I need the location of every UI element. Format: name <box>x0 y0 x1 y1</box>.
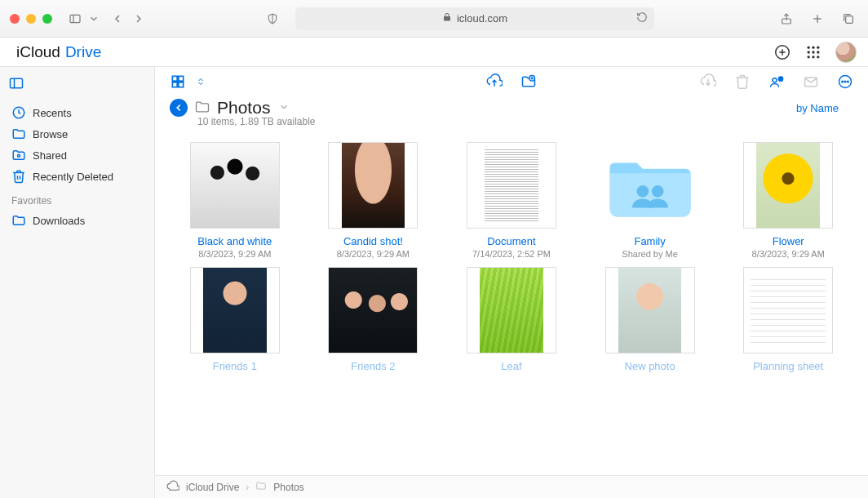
file-thumbnail <box>743 142 833 229</box>
svg-rect-0 <box>70 15 80 22</box>
minimize-window-button[interactable] <box>26 14 36 24</box>
app-launcher-button[interactable] <box>804 43 822 61</box>
svg-rect-25 <box>172 82 177 87</box>
file-item[interactable]: Document 7/14/2023, 2:52 PM <box>446 142 577 259</box>
file-thumbnail <box>605 142 695 229</box>
address-bar[interactable]: icloud.com <box>295 7 654 30</box>
file-name: Candid shot! <box>343 235 403 247</box>
file-name: Black and white <box>197 235 272 247</box>
brand[interactable]: iCloud Drive <box>11 43 101 61</box>
svg-text:+: + <box>779 77 782 82</box>
back-button[interactable] <box>108 9 127 29</box>
breadcrumb-root[interactable]: iCloud Drive <box>186 482 239 493</box>
chevron-down-icon[interactable] <box>88 9 100 29</box>
shared-folder-icon <box>11 148 26 162</box>
clock-icon <box>11 105 26 120</box>
sidebar-item-recently-deleted[interactable]: Recently Deleted <box>0 166 154 187</box>
svg-point-12 <box>817 46 819 48</box>
new-folder-button[interactable] <box>520 73 537 90</box>
window-controls <box>10 14 52 24</box>
folder-icon <box>11 127 26 141</box>
download-button[interactable] <box>700 73 716 90</box>
tabs-button[interactable] <box>839 9 858 29</box>
file-meta: 8/3/2023, 9:29 AM <box>337 249 410 259</box>
file-meta: 7/14/2023, 2:52 PM <box>472 249 551 259</box>
file-item[interactable]: Leaf <box>446 267 577 374</box>
svg-point-14 <box>812 51 814 53</box>
file-item[interactable]: Planning sheet <box>723 267 853 374</box>
file-thumbnail <box>605 267 695 353</box>
lock-icon <box>442 12 452 24</box>
more-button[interactable] <box>837 73 853 90</box>
sidebar-favorites-header: Favorites <box>0 187 154 210</box>
file-item[interactable]: Family Shared by Me <box>585 142 715 259</box>
file-item[interactable]: Candid shot! 8/3/2023, 9:29 AM <box>308 142 439 259</box>
sidebar-item-browse[interactable]: Browse <box>0 123 154 145</box>
brand-drive-text: Drive <box>65 43 101 61</box>
file-thumbnail <box>328 267 418 353</box>
chevron-down-icon[interactable] <box>278 101 290 115</box>
url-text: icloud.com <box>457 12 507 24</box>
upload-button[interactable] <box>486 73 503 90</box>
app-header: iCloud Drive <box>0 38 868 67</box>
folder-icon <box>11 213 26 228</box>
svg-point-16 <box>808 56 810 58</box>
back-nav-button[interactable] <box>170 99 188 117</box>
sidebar-item-recents[interactable]: Recents <box>0 102 154 123</box>
add-button[interactable] <box>773 43 791 61</box>
toolbar: + <box>155 67 868 96</box>
sidebar-item-label: Recents <box>33 107 72 119</box>
file-item[interactable]: Black and white 8/3/2023, 9:29 AM <box>170 142 300 259</box>
breadcrumb-current[interactable]: Photos <box>273 482 303 493</box>
file-name: New photo <box>625 360 675 372</box>
file-name: Flower <box>773 235 804 247</box>
sidebar-collapse-icon[interactable] <box>8 82 24 94</box>
file-name: Friends 1 <box>213 360 257 372</box>
reload-button[interactable] <box>636 11 648 25</box>
new-tab-button[interactable] <box>808 9 827 29</box>
sort-button[interactable]: by Name <box>796 102 839 114</box>
browser-chrome: icloud.com <box>0 0 868 38</box>
page-subtitle: 10 items, 1.89 TB available <box>155 116 868 134</box>
file-thumbnail <box>743 267 833 353</box>
file-meta: 8/3/2023, 9:29 AM <box>752 249 825 259</box>
sidebar-toggle-button[interactable] <box>65 9 85 29</box>
sidebar: Recents Browse Shared Recently Deleted F… <box>0 67 155 498</box>
close-window-button[interactable] <box>10 14 20 24</box>
svg-point-10 <box>808 46 810 48</box>
svg-point-11 <box>812 46 814 48</box>
view-grid-button[interactable] <box>170 73 186 90</box>
sidebar-item-downloads[interactable]: Downloads <box>0 210 154 231</box>
maximize-window-button[interactable] <box>42 14 52 24</box>
file-item[interactable]: Friends 2 <box>308 267 439 374</box>
file-item[interactable]: Flower 8/3/2023, 9:29 AM <box>723 142 853 259</box>
delete-button[interactable] <box>734 73 751 90</box>
svg-rect-23 <box>172 76 177 81</box>
svg-point-18 <box>817 56 819 58</box>
svg-point-15 <box>817 51 819 53</box>
privacy-shield-icon[interactable] <box>263 9 282 29</box>
file-name: Leaf <box>501 360 521 372</box>
file-item[interactable]: Friends 1 <box>170 267 300 374</box>
file-thumbnail <box>467 267 556 353</box>
collaborate-button[interactable]: + <box>768 73 785 90</box>
sidebar-item-label: Browse <box>33 128 68 140</box>
folder-icon <box>194 99 210 118</box>
svg-point-40 <box>636 185 649 198</box>
email-button[interactable] <box>803 73 819 90</box>
svg-point-38 <box>844 81 846 82</box>
svg-point-17 <box>812 56 814 58</box>
forward-button[interactable] <box>129 9 148 29</box>
account-avatar[interactable] <box>835 42 857 63</box>
sidebar-item-shared[interactable]: Shared <box>0 145 154 166</box>
file-item[interactable]: New photo <box>585 267 715 374</box>
svg-point-13 <box>808 51 810 53</box>
svg-rect-26 <box>179 82 184 87</box>
file-thumbnail <box>467 142 556 229</box>
share-button[interactable] <box>777 9 796 29</box>
svg-point-39 <box>848 81 849 82</box>
cloud-icon <box>166 479 179 495</box>
svg-point-32 <box>773 78 777 82</box>
view-options-button[interactable] <box>196 73 206 90</box>
trash-icon <box>11 169 26 184</box>
